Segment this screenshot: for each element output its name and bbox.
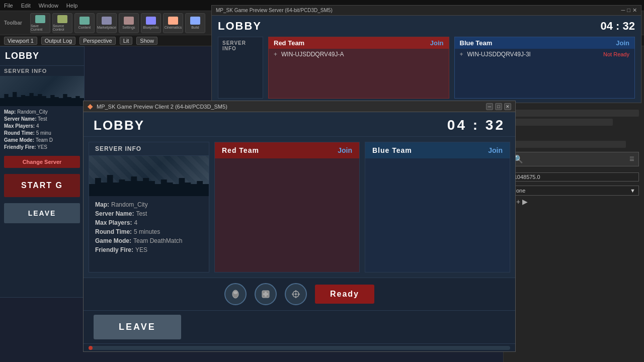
medkit-icon-button[interactable] [255,283,277,305]
server-red-team-name: Red Team [274,39,304,47]
server-close-btn[interactable]: ✕ [632,7,637,14]
game-mode-label: Game Mode: [95,237,131,244]
player-icon: + [274,51,277,58]
bullets-icon-button[interactable] [224,283,247,305]
start-game-button[interactable]: START G [4,174,80,197]
red-team-name: Red Team [222,146,259,154]
show-btn[interactable]: Show [136,37,157,45]
output-log-btn[interactable]: Output Log [41,37,75,45]
lobby-header: LOBBY 04 : 32 [84,112,515,137]
search-input[interactable] [525,156,627,162]
sidebar-leave-button[interactable]: LEAVE [4,203,80,223]
change-server-button[interactable]: Change Server [4,156,80,168]
blueprints-button[interactable]: Blueprints [141,13,161,33]
ue-logo-icon: ◆ [88,103,93,110]
detail-map: Map: Random_City [95,201,203,208]
sidebar-server-name-row: Server Name: Test [4,116,80,122]
server-info-header: SERVER INFO [89,142,209,156]
leave-bar: LEAVE [84,310,515,343]
max-players-value: 4 [134,219,137,226]
scrollbar-thumb[interactable] [89,346,93,350]
server-blue-join-button[interactable]: Join [616,39,629,47]
game-mode-value: Team DeathMatch [133,237,182,244]
client2-lobby-inner: LOBBY 04 : 32 SERVER INFO Map: Random_Ci… [84,112,515,351]
client2-close-btn[interactable]: ✕ [504,103,511,110]
build-button[interactable]: Build [185,13,205,33]
source-control-button[interactable]: Source Control [52,13,72,33]
client2-window: ◆ MP_SK Game Preview Client 2 (64-bit/PC… [83,101,516,352]
leave-button[interactable]: LEAVE [94,315,181,339]
detail-server-name: Server Name: Test [95,210,203,217]
sidebar-round-time-row: Round Time: 5 minu [4,130,80,136]
content-button[interactable]: Content [74,13,95,33]
forward-icon[interactable]: ▶ [522,198,528,206]
viewport-label[interactable]: Viewport 1 [4,37,37,45]
server-timer: 04 : 32 [601,20,635,33]
sidebar-lobby-title: LOBBY [5,51,39,61]
round-time-value: 5 minutes [134,228,160,235]
bullets-icon [230,289,240,299]
server-panels: SERVER INFO Red Team Join + WIN-UJSDDQRV… [218,37,635,99]
blue-team-panel: Blue Team Join [365,142,510,273]
server-lobby-row: LOBBY 04 : 32 [218,20,635,33]
map-value: Random_City [111,201,148,208]
server-blue-team-header: Blue Team Join [455,37,635,49]
server-minimize-btn[interactable]: ─ [621,7,625,14]
server-blue-team: Blue Team Join + WIN-UJSDDQRV49J-3l Not … [454,37,635,99]
server-red-join-button[interactable]: Join [430,39,444,47]
detail-friendly-fire: Friendly Fire: YES [95,246,203,253]
sidebar-round-time-value: 5 minu [36,130,51,136]
edit-menu[interactable]: Edit [21,3,31,9]
marketplace-button[interactable]: Marketplace [97,13,117,33]
friendly-fire-value: YES [135,246,147,253]
perspective-btn[interactable]: Perspective [79,37,115,45]
sidebar-max-players-value: 4 [36,123,39,129]
server-maximize-btn[interactable]: □ [627,7,630,14]
help-menu[interactable]: Help [66,3,78,9]
server-details: Map: Random_City Server Name: Test Max P… [89,196,209,258]
client2-minimize-btn[interactable]: ─ [486,103,493,110]
detail-game-mode: Game Mode: Team DeathMatch [95,237,203,244]
lit-btn[interactable]: Lit [120,37,133,45]
server-blue-player-name: WIN-UJSDDQRV49J-3l [467,51,600,58]
client2-restore-btn[interactable]: □ [495,103,502,110]
sidebar-map-label: Map: [4,109,16,115]
sidebar-round-time-label: Round Time: [4,130,35,136]
server-red-player-row: + WIN-UJSDDQRV49J-A [269,49,449,60]
settings-button[interactable]: Settings [119,13,139,33]
red-team-body [215,158,359,272]
save-current-button[interactable]: Save Current [30,13,50,33]
sidebar-server-name-value: Test [38,116,47,122]
client2-titlebar: ◆ MP_SK Game Preview Client 2 (64-bit/PC… [84,101,515,112]
server-window: MP_SK Game Preview Server (64-bit/PCD3D_… [211,5,641,103]
file-menu[interactable]: File [4,3,13,9]
red-team-panel: Red Team Join [214,142,360,273]
num-input[interactable] [509,172,639,182]
add-icon[interactable]: + [516,198,520,206]
server-red-team: Red Team Join + WIN-UJSDDQRV49J-A [268,37,449,99]
toolbar-label: Toolbar [4,20,22,26]
server-window-title: MP_SK Game Preview Server (64-bit/PCD3D_… [216,8,333,13]
crosshair-icon-button[interactable] [285,283,307,305]
lobby-title: LOBBY [94,118,144,133]
red-team-header: Red Team Join [215,142,359,158]
sidebar-lobby: LOBBY SERVER INFO Map: Random_City Serve… [0,46,85,298]
cinematics-button[interactable]: Cinematics [163,13,183,33]
dropdown[interactable]: None ▼ [509,186,639,196]
dropdown-arrow-icon: ▼ [630,188,635,194]
sidebar-game-mode-value: Team D [36,137,53,143]
window-menu[interactable]: Window [39,3,58,9]
sidebar-game-mode-label: Game Mode: [4,137,34,143]
checkbox-row [509,128,639,139]
blue-team-join-button[interactable]: Join [488,146,503,154]
server-blue-team-name: Blue Team [460,39,493,47]
scrollbar-track[interactable] [89,346,510,350]
server-red-team-header: Red Team Join [269,37,449,49]
sidebar-server-name-label: Server Name: [4,116,36,122]
client2-win-buttons: ─ □ ✕ [486,103,511,110]
blue-team-body [365,158,510,272]
red-team-join-button[interactable]: Join [338,146,352,154]
search-area[interactable]: 🔍 ☰ [509,152,639,166]
ready-button[interactable]: Ready [315,285,374,304]
sidebar-header: LOBBY [0,47,84,65]
